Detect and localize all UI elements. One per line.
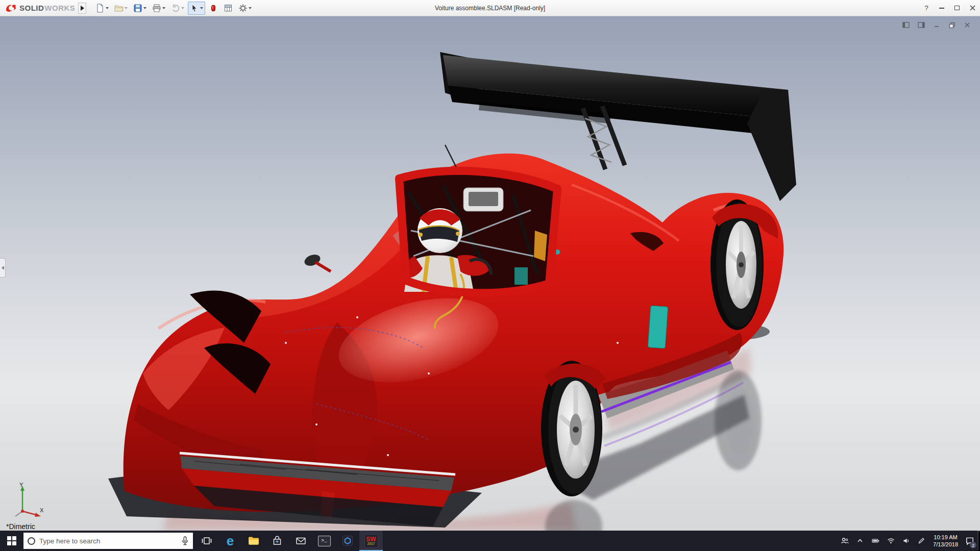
maximize-button[interactable] [949, 0, 965, 16]
toolbar-expand-arrow[interactable] [78, 3, 86, 14]
minimize-icon [939, 8, 944, 9]
taskbar-edge-button[interactable]: e [218, 531, 242, 551]
new-document-button[interactable] [93, 2, 111, 15]
dropdown-caret-icon [143, 7, 146, 9]
pane-left-icon [902, 22, 910, 28]
search-icon [28, 537, 35, 545]
taskbar-console-button[interactable]: >_ [312, 531, 336, 551]
print-button[interactable] [150, 2, 167, 15]
action-center-button[interactable]: 2 [962, 531, 977, 551]
clock[interactable]: 10:19 AM 7/13/2018 [929, 531, 962, 551]
graphics-area[interactable]: Y X *Dimetric [0, 16, 980, 531]
store-icon [272, 535, 283, 546]
wifi-icon [887, 537, 895, 545]
orientation-triad: Y X [9, 481, 45, 519]
dropdown-caret-icon [125, 7, 128, 9]
gear-icon [238, 4, 248, 13]
pen-button[interactable] [914, 531, 929, 551]
select-button[interactable] [188, 2, 205, 15]
right-arrow-icon [81, 6, 84, 11]
open-folder-icon [114, 4, 124, 13]
mirror [463, 188, 503, 211]
document-window-controls [900, 20, 973, 30]
solidworks-app-icon: SW 2017 [364, 534, 378, 548]
battery-button[interactable] [868, 531, 883, 551]
console-icon: >_ [318, 536, 331, 546]
microphone-icon[interactable] [181, 536, 189, 545]
screen: SOLID WORKS [0, 0, 980, 551]
new-document-icon [95, 4, 105, 13]
close-icon [970, 5, 975, 11]
task-view-icon [201, 535, 212, 546]
taskbar-media-app-button[interactable] [336, 531, 359, 551]
show-desktop-button[interactable] [977, 531, 980, 551]
doc-close-button[interactable] [962, 20, 973, 30]
clock-date: 7/13/2018 [933, 541, 958, 548]
network-button[interactable] [883, 531, 898, 551]
doc-close-icon [964, 22, 970, 28]
doc-restore-icon [949, 22, 955, 29]
edit-appearance-button[interactable] [207, 2, 220, 15]
system-tray: 10:19 AM 7/13/2018 2 [837, 531, 980, 551]
chevron-up-icon [856, 537, 864, 545]
media-app-icon [341, 535, 354, 547]
dropdown-caret-icon [162, 7, 165, 9]
people-icon [840, 537, 849, 545]
taskbar-store-button[interactable] [265, 531, 289, 551]
taskbar-file-explorer-button[interactable] [242, 531, 265, 551]
task-view-button[interactable] [195, 531, 218, 551]
volume-icon [902, 537, 911, 545]
orientation-label: *Dimetric [6, 522, 35, 531]
dropdown-caret-icon [249, 7, 252, 9]
window-controls: ? [919, 0, 980, 16]
main-toolbar [93, 2, 254, 15]
pane-left-button[interactable] [900, 20, 912, 30]
axis-y-label: Y [19, 482, 23, 488]
design-table-icon [224, 4, 233, 13]
clock-time: 10:19 AM [934, 534, 957, 541]
file-explorer-icon [248, 535, 260, 546]
undo-button[interactable] [169, 2, 186, 15]
open-button[interactable] [112, 2, 130, 15]
doc-restore-button[interactable] [946, 20, 958, 30]
undo-icon [171, 4, 180, 13]
maximize-icon [954, 6, 960, 10]
start-button[interactable] [0, 531, 23, 551]
close-button[interactable] [965, 0, 980, 16]
appearance-icon [209, 4, 218, 13]
taskbar-solidworks-button[interactable]: SW 2017 [359, 531, 383, 551]
help-icon: ? [924, 4, 928, 12]
taskbar-search[interactable] [23, 533, 193, 549]
design-table-button[interactable] [222, 2, 235, 15]
doc-minimize-button[interactable] [931, 20, 942, 30]
pane-right-button[interactable] [916, 20, 927, 30]
solidworks-logo-mark [5, 3, 17, 13]
brand-works: WORKS [44, 4, 75, 12]
help-button[interactable]: ? [919, 0, 934, 16]
mail-icon [295, 535, 307, 546]
dropdown-caret-icon [106, 7, 109, 9]
tray-expand-button[interactable] [852, 531, 868, 551]
pane-right-icon [918, 22, 925, 28]
axis-x-label: X [40, 507, 44, 513]
save-icon [133, 4, 142, 13]
dropdown-caret-icon [181, 7, 184, 9]
taskbar-mail-button[interactable] [289, 531, 312, 551]
document-title: Voiture assomblee.SLDASM [Read-only] [435, 5, 545, 12]
featuremanager-flyout-tab[interactable] [0, 258, 6, 278]
car-render [0, 16, 980, 531]
volume-button[interactable] [898, 531, 914, 551]
notification-badge: 2 [970, 542, 976, 548]
dropdown-caret-icon [200, 7, 203, 9]
brand-solid: SOLID [19, 4, 44, 12]
minimize-button[interactable] [934, 0, 949, 16]
save-button[interactable] [131, 2, 149, 15]
battery-icon [871, 537, 880, 545]
search-input[interactable] [39, 537, 177, 545]
windows-logo-icon [7, 536, 16, 545]
people-button[interactable] [837, 531, 852, 551]
options-button[interactable] [236, 2, 254, 15]
taskbar: e >_ [0, 531, 980, 551]
select-cursor-icon [190, 4, 199, 13]
doc-minimize-icon [934, 22, 940, 28]
